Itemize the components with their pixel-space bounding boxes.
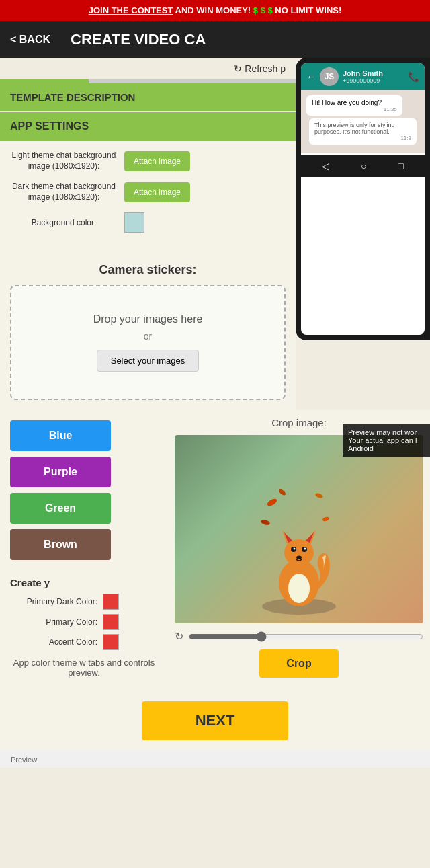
- phone-nav: ◁ ○ □: [301, 155, 425, 177]
- background-color-label: Background color:: [10, 218, 118, 229]
- settings-section: Light theme chat background image (1080x…: [0, 141, 296, 253]
- svg-point-3: [284, 539, 314, 566]
- page-title: CREATE VIDEO CA: [71, 31, 206, 48]
- svg-point-17: [277, 488, 286, 496]
- money-icons: $ $ $: [253, 5, 273, 15]
- svg-point-16: [322, 516, 329, 522]
- dark-theme-row: Dark theme chat background image (1080x1…: [10, 182, 286, 202]
- background-color-swatch[interactable]: [124, 212, 144, 233]
- top-banner: JOIN THE CONTEST AND WIN MONEY! $ $ $ NO…: [0, 0, 430, 21]
- fox-illustration: [259, 482, 339, 617]
- phone-screen: ← JS John Smith +9900000009 📞 Hi! How ar…: [301, 63, 425, 335]
- phone-back-icon: ←: [306, 71, 316, 82]
- app-settings-header: APP SETTINGS: [0, 112, 296, 141]
- drop-text: Drop your images here: [25, 313, 271, 325]
- refresh-row: ↻ Refresh p: [0, 58, 296, 79]
- primary-label: Primary Color:: [10, 617, 97, 627]
- crop-refresh-icon[interactable]: ↻: [175, 630, 183, 643]
- svg-point-14: [314, 493, 323, 500]
- primary-dark-row: Primary Dark Color:: [10, 594, 158, 610]
- create-section: Create y Primary Dark Color: Primary Col…: [0, 570, 168, 688]
- contest-link[interactable]: JOIN THE CONTEST: [89, 5, 173, 15]
- svg-point-15: [260, 519, 270, 526]
- primary-dark-swatch[interactable]: [103, 594, 119, 610]
- svg-point-2: [288, 574, 310, 603]
- refresh-label: Refresh p: [245, 63, 286, 74]
- next-button[interactable]: NEXT: [142, 701, 289, 740]
- header-area: < BACK CREATE VIDEO CA ← JS John Smith +…: [0, 21, 430, 410]
- phone-header: ← JS John Smith +9900000009 📞: [301, 63, 425, 90]
- back-button[interactable]: < BACK: [10, 34, 50, 46]
- green-theme-button[interactable]: Green: [10, 493, 111, 524]
- primary-dark-label: Primary Dark Color:: [10, 597, 97, 606]
- template-description-header: TEMPLATE DESCRIPTION: [0, 83, 296, 111]
- left-panel: Blue Purple Green Brown Create y Primary…: [0, 410, 168, 691]
- dark-theme-label: Dark theme chat background image (1080x1…: [10, 182, 118, 202]
- stickers-title: Camera stickers:: [10, 263, 286, 277]
- preview-text: This preview is only for styling purpose…: [314, 122, 411, 135]
- accent-swatch[interactable]: [103, 634, 119, 650]
- light-theme-label: Light theme chat background image (1080x…: [10, 151, 118, 171]
- refresh-icon: ↻: [234, 63, 242, 74]
- phone-messages: Hi! How are you doing? 11:25 This previe…: [301, 90, 425, 153]
- primary-row: Primary Color:: [10, 614, 158, 630]
- accent-row: Accent Color:: [10, 634, 158, 650]
- contact-number: +9900000009: [343, 77, 404, 84]
- template-description-label: TEMPLATE DESCRIPTION: [10, 91, 135, 103]
- light-theme-row: Light theme chat background image (1080x…: [10, 151, 286, 171]
- drop-zone[interactable]: Drop your images here or Select your ima…: [10, 285, 286, 400]
- blue-theme-button[interactable]: Blue: [10, 420, 111, 451]
- contact-name: John Smith: [343, 69, 404, 77]
- preview-time: 11:3: [314, 135, 411, 141]
- tooltip-text: Preview may not wor Your actual app can …: [348, 428, 417, 452]
- svg-point-10: [294, 548, 296, 550]
- message-text: Hi! How are you doing?: [312, 99, 382, 106]
- primary-swatch[interactable]: [103, 614, 119, 630]
- app-theme-text: App color theme w tabs and controls prev…: [10, 654, 158, 681]
- phone-mockup: ← JS John Smith +9900000009 📞 Hi! How ar…: [296, 58, 430, 340]
- preview-label: Preview: [5, 753, 42, 766]
- footer: Preview: [0, 750, 430, 768]
- background-color-row: Background color:: [10, 212, 286, 233]
- drop-or: or: [25, 331, 271, 342]
- next-btn-wrap: NEXT: [0, 691, 430, 750]
- svg-point-13: [266, 498, 278, 508]
- phone-back-nav[interactable]: ◁: [322, 161, 329, 171]
- svg-point-12: [296, 556, 302, 559]
- avatar: JS: [320, 67, 339, 86]
- select-images-button[interactable]: Select your images: [97, 350, 200, 372]
- call-icon[interactable]: 📞: [408, 71, 419, 82]
- phone-home-nav[interactable]: ○: [361, 161, 366, 171]
- phone-square-nav[interactable]: □: [398, 161, 403, 171]
- banner-end: NO LIMIT WINS!: [275, 5, 341, 15]
- preview-message: This preview is only for styling purpose…: [309, 118, 417, 145]
- attach-dark-button[interactable]: Attach image: [124, 182, 190, 202]
- brown-theme-button[interactable]: Brown: [10, 529, 111, 560]
- banner-middle: AND WIN MONEY!: [175, 5, 253, 15]
- contact-info: John Smith +9900000009: [343, 69, 404, 84]
- crop-image-area: [175, 435, 423, 623]
- accent-label: Accent Color:: [10, 637, 97, 647]
- crop-button[interactable]: Crop: [259, 649, 338, 678]
- app-settings-label: APP SETTINGS: [10, 120, 89, 132]
- header: < BACK CREATE VIDEO CA: [0, 21, 430, 58]
- attach-light-button[interactable]: Attach image: [124, 151, 190, 171]
- crop-slider-row: ↻: [175, 623, 423, 649]
- preview-tooltip: Preview may not wor Your actual app can …: [343, 424, 430, 457]
- stickers-section: Camera stickers: Drop your images here o…: [0, 253, 296, 410]
- purple-theme-button[interactable]: Purple: [10, 457, 111, 487]
- svg-point-11: [304, 548, 306, 550]
- color-buttons-group: Blue Purple Green Brown: [0, 410, 121, 570]
- refresh-button[interactable]: ↻ Refresh p: [234, 63, 286, 74]
- crop-slider[interactable]: [189, 631, 423, 642]
- create-title: Create y: [10, 577, 158, 588]
- message-bubble: Hi! How are you doing? 11:25: [306, 95, 402, 116]
- message-time: 11:25: [312, 106, 397, 112]
